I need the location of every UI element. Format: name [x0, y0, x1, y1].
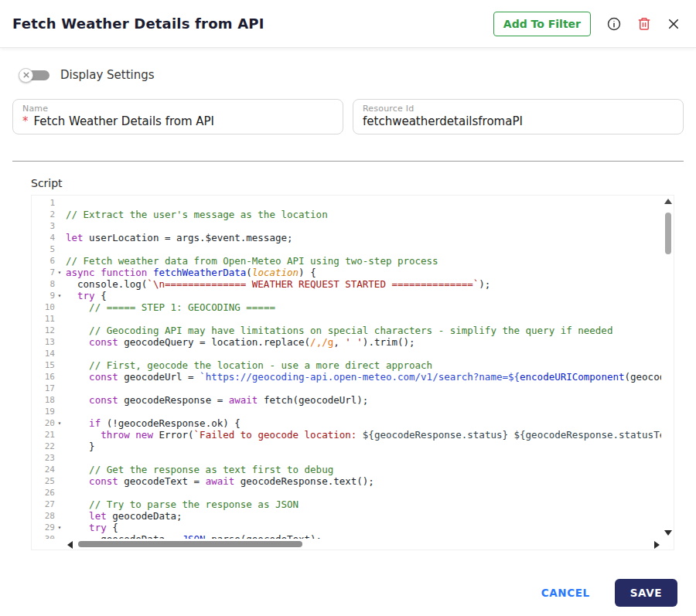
code-line[interactable]: 11 — [32, 313, 661, 325]
line-number: 14 — [32, 348, 64, 359]
code-line[interactable]: 19 — [32, 406, 661, 417]
code-line[interactable]: 21 throw new Error(`Failed to geocode lo… — [32, 429, 661, 441]
line-number: 6 — [32, 255, 64, 267]
line-number: 27 — [32, 499, 64, 510]
line-number: 30 — [32, 533, 64, 539]
header-actions: Add To Filter — [493, 12, 681, 36]
display-settings-row: Display Settings — [22, 68, 696, 82]
scroll-left-icon[interactable] — [67, 541, 73, 549]
dialog-footer: CANCEL SAVE — [538, 579, 677, 607]
code-lines[interactable]: 12// Extract the user's message as the l… — [32, 197, 661, 539]
display-settings-toggle[interactable] — [22, 69, 49, 82]
code-line[interactable]: 9▾ try { — [32, 290, 661, 301]
line-number: 16 — [32, 371, 64, 383]
line-number: 12 — [32, 325, 64, 336]
fold-arrow-icon[interactable]: ▾ — [55, 522, 64, 533]
close-icon[interactable] — [667, 17, 681, 31]
line-number: 9▾ — [32, 290, 64, 301]
code-line[interactable]: 18 const geocodeResponse = await fetch(g… — [32, 394, 661, 406]
code-line[interactable]: 14 — [32, 348, 661, 359]
add-to-filter-button[interactable]: Add To Filter — [493, 12, 591, 36]
code-line[interactable]: 4let userLocation = args.$event.message; — [32, 232, 661, 243]
resource-id-field-value: fetchweatherdetailsfromaPI — [363, 114, 523, 128]
name-field[interactable]: Name * Fetch Weather Details from API — [12, 99, 343, 134]
line-number: 7▾ — [32, 267, 64, 278]
fold-arrow-icon[interactable]: ▾ — [55, 417, 64, 429]
line-number: 18 — [32, 394, 64, 406]
delete-icon[interactable] — [637, 16, 651, 31]
line-number: 11 — [32, 313, 64, 325]
editor-vscrollbar[interactable] — [663, 196, 674, 539]
scroll-right-icon[interactable] — [654, 541, 660, 549]
code-line[interactable]: 29▾ try { — [32, 522, 661, 533]
code-line[interactable]: 5 — [32, 243, 661, 255]
line-number: 25 — [32, 475, 64, 487]
vscroll-thumb[interactable] — [665, 213, 671, 254]
scroll-down-icon[interactable] — [664, 530, 672, 536]
required-asterisk: * — [22, 114, 29, 128]
code-line[interactable]: 10 // ===== STEP 1: GEOCODING ===== — [32, 301, 661, 313]
line-number: 20▾ — [32, 417, 64, 429]
code-line[interactable]: 28 let geocodeData; — [32, 510, 661, 522]
scroll-up-icon[interactable] — [664, 199, 672, 204]
code-line[interactable]: 8 console.log(`\n============== WEATHER … — [32, 278, 661, 290]
line-number: 21 — [32, 429, 64, 441]
code-line[interactable]: 25 const geocodeText = await geocodeResp… — [32, 475, 661, 487]
line-number: 4 — [32, 232, 64, 243]
hscroll-thumb[interactable] — [78, 541, 302, 547]
code-line[interactable]: 12 // Geocoding API may have limitations… — [32, 325, 661, 336]
code-line[interactable]: 23 — [32, 452, 661, 464]
line-number: 28 — [32, 510, 64, 522]
code-line[interactable]: 22 } — [32, 441, 661, 452]
script-label: Script — [31, 177, 696, 189]
code-line[interactable]: 26 — [32, 487, 661, 499]
code-line[interactable]: 16 const geocodeUrl = `https://geocoding… — [32, 371, 661, 383]
resource-id-field[interactable]: Resource Id fetchweatherdetailsfromaPI — [353, 99, 684, 134]
line-number: 8 — [32, 278, 64, 290]
name-field-value: Fetch Weather Details from API — [34, 114, 215, 128]
code-line[interactable]: 6// Fetch weather data from Open-Meteo A… — [32, 255, 661, 267]
line-number: 2 — [32, 209, 64, 220]
line-number: 3 — [32, 220, 64, 232]
line-number: 5 — [32, 243, 64, 255]
code-line[interactable]: 15 // First, geocode the location - use … — [32, 359, 661, 371]
resource-id-field-label: Resource Id — [363, 104, 674, 114]
modal-dialog: Fetch Weather Details from API Add To Fi… — [0, 0, 696, 550]
line-number: 22 — [32, 441, 64, 452]
code-line[interactable]: 2// Extract the user's message as the lo… — [32, 209, 661, 220]
fields-row: Name * Fetch Weather Details from API Re… — [12, 99, 684, 134]
script-code-editor[interactable]: 12// Extract the user's message as the l… — [31, 195, 674, 550]
line-number: 17 — [32, 383, 64, 394]
code-line[interactable]: 30 geocodeData = JSON.parse(geocodeText)… — [32, 533, 661, 539]
line-number: 26 — [32, 487, 64, 499]
dialog-title: Fetch Weather Details from API — [12, 15, 264, 32]
code-line[interactable]: 13 const geocodeQuery = location.replace… — [32, 336, 661, 348]
fold-arrow-icon[interactable]: ▾ — [55, 267, 64, 278]
code-line[interactable]: 7▾async function fetchWeatherData(locati… — [32, 267, 661, 278]
code-line[interactable]: 1 — [32, 197, 661, 209]
code-line[interactable]: 24 // Get the response as text first to … — [32, 464, 661, 475]
line-number: 23 — [32, 452, 64, 464]
editor-hscrollbar[interactable] — [66, 539, 661, 550]
display-settings-label: Display Settings — [60, 68, 155, 82]
line-number: 10 — [32, 301, 64, 313]
fold-arrow-icon[interactable]: ▾ — [55, 290, 64, 301]
name-field-label: Name — [22, 104, 333, 114]
code-line[interactable]: 17 — [32, 383, 661, 394]
save-button[interactable]: SAVE — [615, 579, 677, 607]
info-icon[interactable] — [606, 16, 622, 32]
line-number: 29▾ — [32, 522, 64, 533]
code-line[interactable]: 20▾ if (!geocodeResponse.ok) { — [32, 417, 661, 429]
line-number: 1 — [32, 197, 64, 209]
toggle-knob-x-icon — [19, 68, 33, 83]
dialog-header: Fetch Weather Details from API Add To Fi… — [0, 0, 696, 48]
section-divider — [12, 161, 684, 162]
code-line[interactable]: 3 — [32, 220, 661, 232]
line-number: 24 — [32, 464, 64, 475]
line-number: 19 — [32, 406, 64, 417]
line-number: 13 — [32, 336, 64, 348]
line-number: 15 — [32, 359, 64, 371]
code-line[interactable]: 27 // Try to parse the response as JSON — [32, 499, 661, 510]
cancel-button[interactable]: CANCEL — [538, 580, 593, 605]
